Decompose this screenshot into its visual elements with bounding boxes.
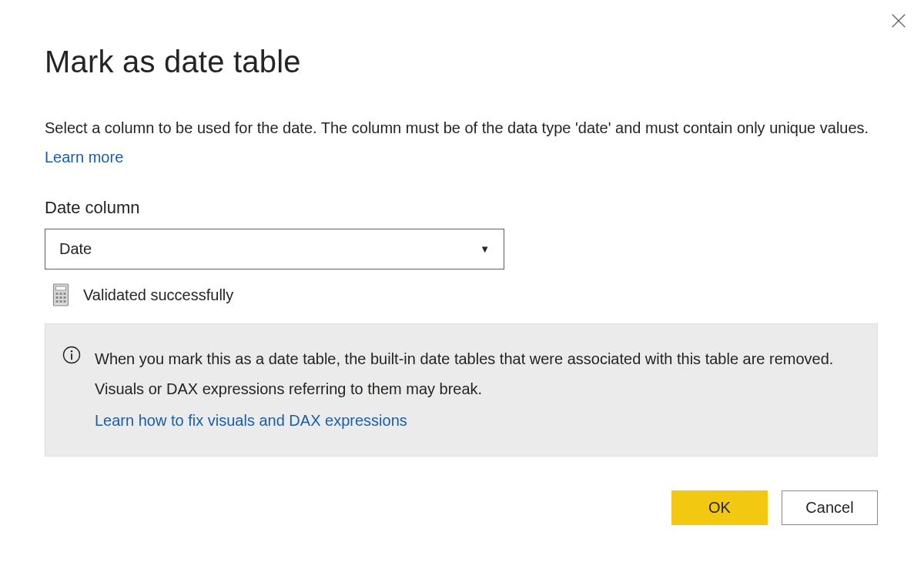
close-button[interactable] xyxy=(887,11,910,34)
date-column-selected-value: Date xyxy=(59,240,92,258)
date-column-label: Date column xyxy=(45,198,878,218)
dialog-buttons: OK Cancel xyxy=(45,490,878,525)
svg-rect-6 xyxy=(64,293,66,295)
svg-rect-15 xyxy=(71,353,72,360)
dialog-title: Mark as date table xyxy=(45,45,878,79)
validation-row: Validated successfully xyxy=(52,283,878,306)
svg-rect-7 xyxy=(56,296,59,299)
info-text: When you mark this as a date table, the … xyxy=(95,350,833,397)
cancel-button[interactable]: Cancel xyxy=(782,490,878,525)
info-box: When you mark this as a date table, the … xyxy=(45,323,878,457)
validation-message: Validated successfully xyxy=(83,286,233,304)
ok-button[interactable]: OK xyxy=(671,490,768,525)
svg-rect-3 xyxy=(56,286,66,290)
svg-rect-11 xyxy=(60,300,62,303)
svg-rect-10 xyxy=(56,300,59,303)
svg-point-14 xyxy=(71,350,72,352)
info-content: When you mark this as a date table, the … xyxy=(95,344,860,436)
svg-rect-9 xyxy=(64,296,66,299)
close-icon xyxy=(890,12,907,32)
info-icon xyxy=(62,346,81,436)
svg-rect-5 xyxy=(60,293,62,295)
mark-as-date-table-dialog: Mark as date table Select a column to be… xyxy=(0,0,924,525)
svg-rect-12 xyxy=(64,300,66,303)
info-learn-link[interactable]: Learn how to fix visuals and DAX express… xyxy=(95,406,860,436)
calculator-icon xyxy=(52,283,69,306)
date-column-select[interactable]: Date ▼ xyxy=(45,229,504,269)
svg-rect-8 xyxy=(60,296,62,299)
svg-rect-4 xyxy=(56,293,59,295)
learn-more-link[interactable]: Learn more xyxy=(45,149,123,166)
dialog-description: Select a column to be used for the date.… xyxy=(45,113,878,172)
dialog-description-text: Select a column to be used for the date.… xyxy=(45,119,869,136)
chevron-down-icon: ▼ xyxy=(480,243,490,255)
